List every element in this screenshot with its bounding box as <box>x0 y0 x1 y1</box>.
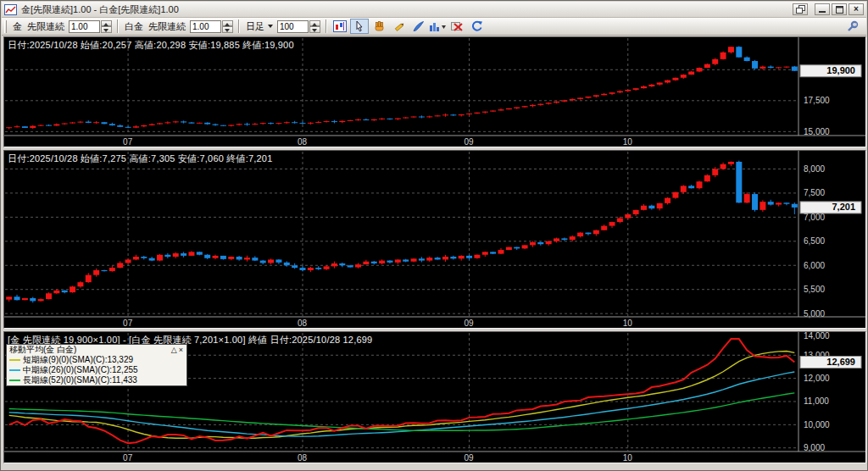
select-cursor-icon[interactable] <box>350 19 369 34</box>
gold-chart-svg[interactable]: 20,00017,50015,0000708091019,900 <box>4 37 865 147</box>
svg-text:10,000: 10,000 <box>804 420 830 429</box>
svg-text:09: 09 <box>465 137 475 147</box>
svg-text:10: 10 <box>623 137 633 147</box>
title-bar[interactable]: 金[先限連続]1.00 - 白金[先限連続]1.00 × <box>2 2 866 18</box>
svg-text:07: 07 <box>123 453 133 463</box>
svg-text:08: 08 <box>298 453 308 463</box>
maximize-button[interactable] <box>832 3 847 15</box>
pen-tool-icon[interactable] <box>409 19 427 34</box>
bar-chart-icon[interactable] <box>428 19 447 34</box>
toolbar-separator <box>238 19 240 33</box>
legend-close-icon[interactable]: × <box>178 346 184 354</box>
svg-text:17,500: 17,500 <box>804 96 830 105</box>
svg-text:15,000: 15,000 <box>804 127 830 136</box>
toolbar: 金 先限連続 白金 先限連続 日足 <box>2 18 866 36</box>
legend-collapse-icon[interactable]: △ <box>170 346 178 354</box>
bar-count-spinner <box>277 20 320 33</box>
platinum-multiplier-input[interactable] <box>190 20 221 33</box>
svg-text:09: 09 <box>465 319 475 328</box>
gold-chart-panel: 20,00017,50015,0000708091019,900 日付:2025… <box>3 36 866 147</box>
platinum-multiplier-spinner <box>190 20 233 33</box>
platinum-multiplier-up-button[interactable] <box>222 20 233 27</box>
legend-entry-label: 長期線(52)(0)(SMA)(C):11,433 <box>23 374 137 386</box>
chart-app-window: 金[先限連続]1.00 - 白金[先限連続]1.00 × 金 先限連続 白金 先… <box>0 0 868 471</box>
hand-tool-icon[interactable] <box>370 19 388 34</box>
gold-multiplier-up-button[interactable] <box>101 20 112 27</box>
svg-text:12,000: 12,000 <box>804 374 830 383</box>
gold-series-label: 先限連続 <box>27 20 64 33</box>
platinum-multiplier-down-button[interactable] <box>222 26 233 33</box>
svg-text:10: 10 <box>623 453 633 463</box>
svg-text:7,000: 7,000 <box>804 213 825 222</box>
legend-line-swatch <box>9 369 20 371</box>
legend-line-swatch <box>9 359 20 361</box>
platinum-chart-panel: 8,0007,5007,0006,5006,0005,5005,00007080… <box>3 150 866 329</box>
svg-text:5,500: 5,500 <box>804 285 825 294</box>
svg-text:12,699: 12,699 <box>826 357 855 367</box>
platinum-current-price-badge: 7,201 <box>800 202 861 213</box>
svg-text:08: 08 <box>298 137 308 147</box>
gold-multiplier-input[interactable] <box>69 20 100 33</box>
toolbar-separator <box>326 19 327 33</box>
spread-current-price-badge: 12,699 <box>800 357 861 368</box>
svg-text:08: 08 <box>298 319 308 328</box>
minimize-button[interactable] <box>815 3 830 15</box>
toolbar-grip[interactable] <box>4 20 7 33</box>
svg-text:19,900: 19,900 <box>826 65 855 75</box>
toolbar-separator <box>117 19 119 33</box>
svg-text:07: 07 <box>123 137 133 147</box>
svg-text:6,500: 6,500 <box>804 236 825 246</box>
gold-ohlc-info: 日付:2025/10/28 始値:20,257 高値:20,298 安値:19,… <box>8 39 294 52</box>
platinum-plot-area[interactable]: 8,0007,5007,0006,5006,0005,5005,00007080… <box>4 151 865 328</box>
float-window-button[interactable] <box>793 3 808 15</box>
clear-drawing-icon[interactable] <box>448 19 466 34</box>
pencil-tool-icon[interactable] <box>389 19 408 34</box>
svg-text:07: 07 <box>123 319 133 328</box>
svg-text:10: 10 <box>623 319 633 328</box>
svg-text:09: 09 <box>465 453 475 463</box>
svg-text:14,000: 14,000 <box>804 332 830 341</box>
period-label[interactable]: 日足 <box>246 20 264 33</box>
spread-chart-panel: 14,00013,00012,00011,00010,0009,00007080… <box>3 331 866 463</box>
period-dropdown-icon[interactable] <box>268 25 273 28</box>
chart-type-icon[interactable] <box>331 19 349 34</box>
platinum-symbol-label: 白金 <box>125 20 143 33</box>
gold-current-price-badge: 19,900 <box>800 65 861 77</box>
platinum-ohlc-info: 日付:2025/10/28 始値:7,275 高値:7,305 安値:7,060… <box>8 152 272 165</box>
svg-text:8,000: 8,000 <box>804 164 825 174</box>
gold-plot-area[interactable]: 20,00017,50015,0000708091019,900 <box>4 37 865 147</box>
bar-count-down-button[interactable] <box>309 26 320 33</box>
svg-text:7,500: 7,500 <box>804 188 825 197</box>
legend-line-swatch <box>9 380 20 381</box>
legend-entry[interactable]: 長期線(52)(0)(SMA)(C):11,433 <box>7 375 186 385</box>
gold-multiplier-down-button[interactable] <box>101 26 112 33</box>
bar-count-up-button[interactable] <box>309 20 320 27</box>
svg-text:11,000: 11,000 <box>804 396 829 406</box>
moving-average-legend: 移動平均(金 白金) △ × 短期線(9)(0)(SMA)(C):13,329中… <box>6 344 187 386</box>
svg-text:6,000: 6,000 <box>804 261 825 270</box>
app-chart-icon <box>4 3 18 15</box>
gold-multiplier-spinner <box>69 20 112 33</box>
gold-symbol-label: 金 <box>13 20 22 33</box>
bar-count-input[interactable] <box>277 20 309 33</box>
window-title: 金[先限連続]1.00 - 白金[先限連続]1.00 <box>21 3 179 16</box>
settings-wrench-icon[interactable] <box>843 19 861 34</box>
platinum-series-label: 先限連続 <box>148 20 186 33</box>
svg-text:7,201: 7,201 <box>832 202 855 212</box>
close-button[interactable]: × <box>849 3 864 15</box>
refresh-icon[interactable] <box>467 19 486 34</box>
platinum-chart-svg[interactable]: 8,0007,5007,0006,5006,0005,5005,00007080… <box>4 151 865 328</box>
